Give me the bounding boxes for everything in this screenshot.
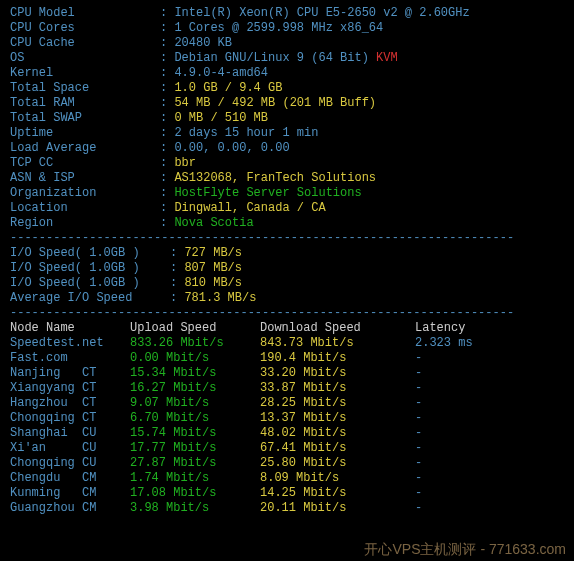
sys-value: 1.0 GB / 9.4 GB (174, 81, 282, 95)
node-name: Fast.com (10, 351, 130, 366)
speed-row: Xiangyang CT16.27 Mbit/s33.87 Mbit/s- (10, 381, 564, 396)
sys-value: 4.9.0-4-amd64 (174, 66, 268, 80)
sys-value-suffix: KVM (369, 51, 398, 65)
upload-speed: 15.34 Mbit/s (130, 366, 260, 381)
sys-label: Uptime (10, 126, 160, 141)
speed-row: Chongqing CT6.70 Mbit/s13.37 Mbit/s- (10, 411, 564, 426)
sys-label: ASN & ISP (10, 171, 160, 186)
sys-label: Total RAM (10, 96, 160, 111)
upload-speed: 17.08 Mbit/s (130, 486, 260, 501)
io-label: I/O Speed( 1.0GB ) (10, 246, 170, 261)
node-name: Speedtest.net (10, 336, 130, 351)
io-row: I/O Speed( 1.0GB ) : 810 MB/s (10, 276, 564, 291)
io-row: I/O Speed( 1.0GB ) : 727 MB/s (10, 246, 564, 261)
latency: - (415, 381, 422, 396)
upload-speed: 833.26 Mbit/s (130, 336, 260, 351)
sys-label: Kernel (10, 66, 160, 81)
latency: - (415, 411, 422, 426)
sys-value: AS132068, FranTech Solutions (174, 171, 376, 185)
sys-value: 0 MB / 510 MB (174, 111, 268, 125)
sys-value: Dingwall, Canada / CA (174, 201, 325, 215)
sys-value: 1 Cores @ 2599.998 MHz x86_64 (174, 21, 383, 35)
speed-row: Hangzhou CT9.07 Mbit/s28.25 Mbit/s- (10, 396, 564, 411)
node-name: Shanghai CU (10, 426, 130, 441)
sys-row: Uptime : 2 days 15 hour 1 min (10, 126, 564, 141)
latency: - (415, 486, 422, 501)
io-label: I/O Speed( 1.0GB ) (10, 276, 170, 291)
speed-row: Nanjing CT15.34 Mbit/s33.20 Mbit/s- (10, 366, 564, 381)
sys-label: CPU Model (10, 6, 160, 21)
hdr-up: Upload Speed (130, 321, 260, 336)
sys-row: CPU Cores : 1 Cores @ 2599.998 MHz x86_6… (10, 21, 564, 36)
sys-label: Total Space (10, 81, 160, 96)
sys-value: Intel(R) Xeon(R) CPU E5-2650 v2 @ 2.60GH… (174, 6, 469, 20)
download-speed: 843.73 Mbit/s (260, 336, 415, 351)
download-speed: 190.4 Mbit/s (260, 351, 415, 366)
upload-speed: 6.70 Mbit/s (130, 411, 260, 426)
node-name: Xiangyang CT (10, 381, 130, 396)
download-speed: 67.41 Mbit/s (260, 441, 415, 456)
speed-row: Fast.com0.00 Mbit/s190.4 Mbit/s- (10, 351, 564, 366)
sys-row: Region : Nova Scotia (10, 216, 564, 231)
node-name: Chengdu CM (10, 471, 130, 486)
node-name: Chongqing CU (10, 456, 130, 471)
upload-speed: 17.77 Mbit/s (130, 441, 260, 456)
download-speed: 14.25 Mbit/s (260, 486, 415, 501)
latency: - (415, 456, 422, 471)
upload-speed: 9.07 Mbit/s (130, 396, 260, 411)
terminal-output: CPU Model : Intel(R) Xeon(R) CPU E5-2650… (10, 6, 564, 516)
upload-speed: 1.74 Mbit/s (130, 471, 260, 486)
speed-header: Node NameUpload SpeedDownload SpeedLaten… (10, 321, 564, 336)
speed-row: Guangzhou CM3.98 Mbit/s20.11 Mbit/s- (10, 501, 564, 516)
sys-row: OS : Debian GNU/Linux 9 (64 Bit) KVM (10, 51, 564, 66)
latency: - (415, 471, 422, 486)
sys-row: ASN & ISP : AS132068, FranTech Solutions (10, 171, 564, 186)
divider: ----------------------------------------… (10, 231, 564, 246)
node-name: Hangzhou CT (10, 396, 130, 411)
speed-row: Chongqing CU27.87 Mbit/s25.80 Mbit/s- (10, 456, 564, 471)
sys-value: bbr (174, 156, 196, 170)
upload-speed: 16.27 Mbit/s (130, 381, 260, 396)
download-speed: 28.25 Mbit/s (260, 396, 415, 411)
io-value: 810 MB/s (184, 276, 242, 290)
sys-row: Load Average : 0.00, 0.00, 0.00 (10, 141, 564, 156)
sys-label: TCP CC (10, 156, 160, 171)
sys-row: Total Space : 1.0 GB / 9.4 GB (10, 81, 564, 96)
sys-label: OS (10, 51, 160, 66)
sys-label: Total SWAP (10, 111, 160, 126)
sys-row: TCP CC : bbr (10, 156, 564, 171)
sys-value: 20480 KB (174, 36, 232, 50)
speed-row: Shanghai CU15.74 Mbit/s48.02 Mbit/s- (10, 426, 564, 441)
sys-value: 54 MB / 492 MB (201 MB Buff) (174, 96, 376, 110)
latency: - (415, 441, 422, 456)
sys-label: Organization (10, 186, 160, 201)
sys-label: Location (10, 201, 160, 216)
sys-value: 0.00, 0.00, 0.00 (174, 141, 289, 155)
hdr-node: Node Name (10, 321, 130, 336)
latency: - (415, 396, 422, 411)
sys-label: Load Average (10, 141, 160, 156)
sys-row: Organization : HostFlyte Server Solution… (10, 186, 564, 201)
sys-label: CPU Cache (10, 36, 160, 51)
io-label: I/O Speed( 1.0GB ) (10, 261, 170, 276)
speed-row: Speedtest.net833.26 Mbit/s843.73 Mbit/s2… (10, 336, 564, 351)
node-name: Chongqing CT (10, 411, 130, 426)
speed-row: Kunming CM17.08 Mbit/s14.25 Mbit/s- (10, 486, 564, 501)
io-label: Average I/O Speed (10, 291, 170, 306)
sys-row: Total RAM : 54 MB / 492 MB (201 MB Buff) (10, 96, 564, 111)
upload-speed: 0.00 Mbit/s (130, 351, 260, 366)
divider: ----------------------------------------… (10, 306, 564, 321)
node-name: Guangzhou CM (10, 501, 130, 516)
io-row: I/O Speed( 1.0GB ) : 807 MB/s (10, 261, 564, 276)
upload-speed: 15.74 Mbit/s (130, 426, 260, 441)
download-speed: 33.87 Mbit/s (260, 381, 415, 396)
download-speed: 48.02 Mbit/s (260, 426, 415, 441)
sys-row: Location : Dingwall, Canada / CA (10, 201, 564, 216)
io-value: 727 MB/s (184, 246, 242, 260)
sys-label: CPU Cores (10, 21, 160, 36)
sys-value: 2 days 15 hour 1 min (174, 126, 318, 140)
node-name: Nanjing CT (10, 366, 130, 381)
latency: - (415, 366, 422, 381)
node-name: Xi'an CU (10, 441, 130, 456)
download-speed: 8.09 Mbit/s (260, 471, 415, 486)
